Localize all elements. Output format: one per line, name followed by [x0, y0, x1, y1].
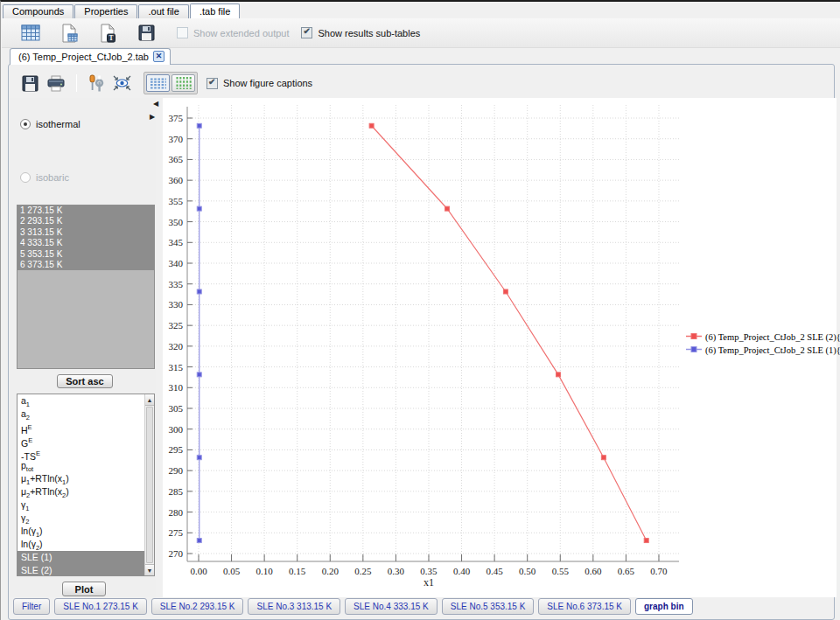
top-tab-bar: CompoundsProperties.out file.tab file — [3, 3, 840, 18]
property-item[interactable]: μ2+RTln(x2) — [18, 485, 144, 498]
temperature-item[interactable]: 6 373.15 K — [18, 260, 154, 270]
results-table-icon[interactable] — [19, 22, 42, 45]
results-tab-graph-bin[interactable]: graph bin — [635, 598, 693, 615]
property-item[interactable]: -TSE — [18, 447, 144, 460]
document-tab-title: (6) Temp_Project_CtJob_2.tab — [18, 52, 149, 62]
results-tab-filter[interactable]: Filter — [13, 598, 50, 615]
svg-text:0.35: 0.35 — [420, 566, 438, 576]
property-item[interactable]: γ1 — [18, 498, 144, 512]
scrollbar-thumb[interactable] — [146, 407, 153, 563]
table-view-toggle-group — [144, 72, 198, 94]
svg-text:315: 315 — [169, 362, 184, 373]
show-extended-output-group: Show extended output — [177, 27, 289, 38]
legend-marker-icon — [686, 345, 702, 355]
temperature-item[interactable]: 3 313.15 K — [18, 227, 154, 238]
tab-properties[interactable]: Properties — [74, 4, 137, 18]
svg-text:0.20: 0.20 — [322, 566, 340, 576]
print-icon[interactable] — [45, 73, 67, 94]
svg-text:295: 295 — [169, 444, 184, 455]
property-item[interactable]: ln(γ2) — [18, 538, 144, 551]
plot-options-sidebar: isothermal isobaric 1 273.15 K2 293.15 K… — [10, 98, 156, 597]
main-toolbar: T Show extended output Show results sub-… — [2, 18, 840, 48]
text-document-icon[interactable]: T — [96, 22, 119, 45]
show-results-subtables-group: Show results sub-tables — [301, 27, 420, 38]
legend-label: (6) Temp_Project_CtJob_2 SLE (1){x1} — [705, 345, 840, 355]
property-item[interactable]: SLE (1) — [18, 551, 144, 564]
legend-marker-icon — [686, 332, 702, 342]
svg-text:x1: x1 — [424, 576, 434, 589]
svg-text:365: 365 — [169, 154, 184, 164]
svg-text:270: 270 — [169, 548, 184, 559]
isobaric-label: isobaric — [36, 172, 69, 183]
close-icon[interactable]: ✕ — [153, 51, 164, 62]
property-item[interactable]: a2 — [18, 408, 144, 421]
scroll-down-icon[interactable]: ▼ — [145, 564, 154, 575]
isobaric-radio[interactable] — [20, 172, 31, 183]
sort-asc-button[interactable]: Sort asc — [57, 374, 113, 388]
scroll-up-icon[interactable]: ▲ — [145, 394, 154, 406]
results-tab-sle-no-4-333-15-k[interactable]: SLE No.4 333.15 K — [345, 598, 438, 615]
svg-text:370: 370 — [169, 134, 184, 144]
property-item[interactable]: GE — [18, 434, 144, 447]
temperature-item[interactable]: 2 293.15 K — [18, 216, 154, 226]
plot-canvas[interactable]: 0.000.050.100.150.200.250.300.350.400.45… — [163, 98, 836, 597]
show-results-subtables-label: Show results sub-tables — [318, 28, 420, 38]
svg-text:350: 350 — [169, 217, 184, 227]
svg-text:340: 340 — [169, 258, 184, 268]
svg-text:360: 360 — [169, 175, 184, 185]
isothermal-radio[interactable] — [20, 119, 31, 129]
svg-text:0.15: 0.15 — [289, 566, 306, 576]
table-columns-view-button[interactable] — [172, 74, 195, 92]
svg-text:330: 330 — [169, 299, 184, 310]
svg-text:0.70: 0.70 — [650, 566, 668, 576]
property-item[interactable]: μ1+RTln(x1) — [18, 472, 144, 485]
svg-text:320: 320 — [169, 341, 184, 352]
property-listbox[interactable]: a1a2HEGE-TSEptotμ1+RTln(x1)μ2+RTln(x2)γ1… — [17, 394, 155, 576]
temperature-listbox[interactable]: 1 273.15 K2 293.15 K3 313.15 K4 333.15 K… — [17, 205, 155, 369]
show-figure-captions-checkbox[interactable] — [206, 78, 218, 89]
isothermal-option[interactable]: isothermal — [20, 119, 80, 129]
application-window: CompoundsProperties.out file.tab file T … — [0, 0, 840, 620]
splitter-expand-right-icon[interactable]: ▶ — [150, 114, 155, 121]
property-item[interactable]: a1 — [18, 394, 144, 408]
svg-text:355: 355 — [169, 196, 184, 206]
legend-entry: (6) Temp_Project_CtJob_2 SLE (1){x1} — [686, 344, 840, 357]
show-figure-captions-label: Show figure captions — [223, 78, 312, 88]
plot-settings-icon[interactable] — [84, 73, 107, 94]
temperature-item[interactable]: 5 353.15 K — [18, 249, 154, 260]
results-tab-sle-no-6-373-15-k[interactable]: SLE No.6 373.15 K — [538, 598, 631, 615]
tab-out-file[interactable]: .out file — [138, 4, 188, 18]
temperature-item[interactable]: 1 273.15 K — [18, 206, 154, 216]
svg-text:0.50: 0.50 — [519, 566, 536, 576]
property-item[interactable]: γ2 — [18, 512, 144, 525]
splitter-collapse-left-icon[interactable]: ◀ — [153, 101, 158, 108]
svg-text:375: 375 — [169, 113, 184, 123]
save-icon[interactable] — [135, 22, 158, 45]
property-item[interactable]: HE — [18, 421, 144, 434]
isothermal-label: isothermal — [36, 119, 80, 129]
results-tab-sle-no-2-293-15-k[interactable]: SLE No.2 293.15 K — [151, 598, 244, 615]
table-document-icon[interactable] — [58, 22, 80, 45]
table-rows-view-button[interactable] — [146, 74, 170, 92]
property-item[interactable]: ln(γ1) — [18, 525, 144, 538]
show-results-subtables-checkbox[interactable] — [301, 27, 312, 38]
results-tab-sle-no-3-313-15-k[interactable]: SLE No.3 313.15 K — [248, 598, 340, 615]
results-tab-sle-no-1-273-15-k[interactable]: SLE No.1 273.15 K — [54, 598, 147, 615]
results-tab-sle-no-5-353-15-k[interactable]: SLE No.5 353.15 K — [442, 598, 535, 615]
tab-compounds[interactable]: Compounds — [3, 4, 74, 18]
document-tab-bar: (6) Temp_Project_CtJob_2.tab ✕ — [10, 48, 171, 65]
save-figure-icon[interactable] — [18, 73, 41, 94]
show-extended-output-label: Show extended output — [193, 28, 289, 38]
temperature-item[interactable]: 4 333.15 K — [18, 238, 154, 248]
results-tab-bar: FilterSLE No.1 273.15 KSLE No.2 293.15 K… — [13, 598, 831, 617]
show-extended-output-checkbox[interactable] — [177, 27, 188, 38]
plot-button[interactable]: Plot — [62, 582, 106, 596]
property-item[interactable]: ptot — [18, 459, 144, 472]
fit-view-icon[interactable] — [110, 73, 133, 94]
legend-entry: (6) Temp_Project_CtJob_2 SLE (2){x1} — [686, 331, 840, 344]
property-list-scrollbar[interactable]: ▲ ▼ — [144, 394, 154, 575]
document-tab[interactable]: (6) Temp_Project_CtJob_2.tab ✕ — [10, 48, 171, 65]
property-item[interactable]: SLE (2) — [18, 564, 144, 575]
isobaric-option[interactable]: isobaric — [20, 172, 69, 183]
tab-tab-file[interactable]: .tab file — [190, 3, 240, 18]
